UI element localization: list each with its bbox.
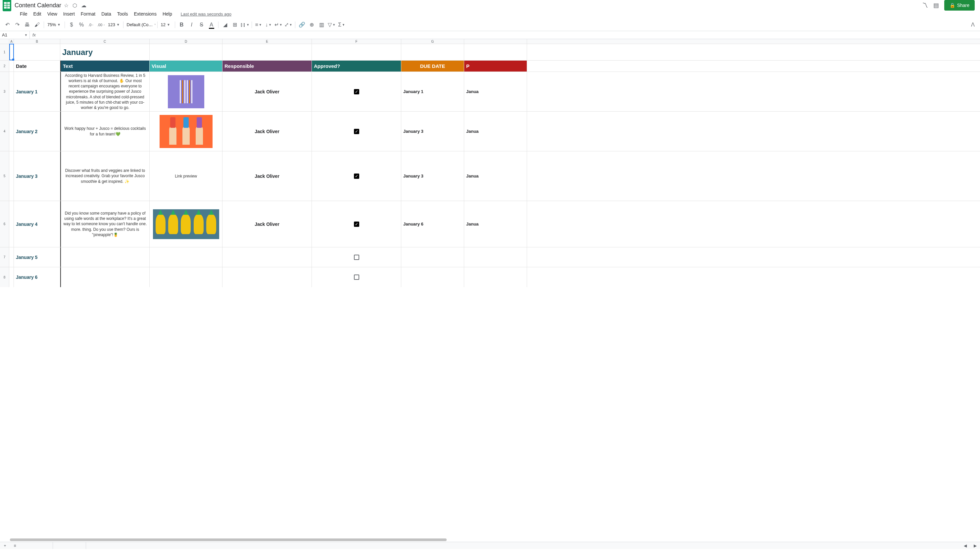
bold-button[interactable]: B: [177, 20, 186, 29]
text-cell[interactable]: Did you know some company have a policy …: [60, 201, 150, 247]
partial-cell[interactable]: Janua: [464, 72, 527, 111]
visual-cell[interactable]: Link preview: [150, 151, 223, 201]
header-text[interactable]: Text: [60, 60, 150, 72]
name-box[interactable]: A1▼: [0, 31, 30, 39]
wrap-button[interactable]: ↵▼: [274, 20, 283, 29]
col-header-G[interactable]: G: [401, 39, 464, 44]
visual-cell[interactable]: [150, 72, 223, 111]
approved-cell[interactable]: ✓: [312, 201, 401, 247]
cell[interactable]: [9, 44, 14, 60]
collapse-toolbar-button[interactable]: ᐱ: [968, 20, 977, 29]
zoom-select[interactable]: 75%▼: [46, 21, 63, 29]
share-button[interactable]: 🔒 Share: [944, 0, 975, 11]
due-cell[interactable]: [401, 267, 464, 287]
checkbox-icon[interactable]: [354, 255, 359, 260]
select-all-corner[interactable]: [0, 39, 9, 44]
cell[interactable]: [9, 60, 14, 72]
approved-cell[interactable]: ✓: [312, 151, 401, 201]
checkbox-icon[interactable]: ✓: [354, 89, 359, 94]
header-due[interactable]: DUE DATE: [401, 60, 464, 72]
merge-button[interactable]: ⫿⫿▼: [241, 20, 250, 29]
menu-edit[interactable]: Edit: [31, 10, 44, 18]
row-header-4[interactable]: 4: [0, 112, 9, 151]
checkbox-icon[interactable]: ✓: [354, 221, 359, 227]
currency-button[interactable]: $: [67, 20, 76, 29]
date-cell[interactable]: January 1: [14, 72, 60, 111]
chart-button[interactable]: ▥: [317, 20, 327, 29]
menu-help[interactable]: Help: [160, 10, 175, 18]
activity-icon[interactable]: 〽: [922, 2, 928, 9]
borders-button[interactable]: ⊞: [231, 20, 240, 29]
percent-button[interactable]: %: [77, 20, 86, 29]
visual-cell[interactable]: [150, 248, 223, 267]
date-cell[interactable]: January 4: [14, 201, 60, 247]
date-cell[interactable]: January 6: [14, 267, 60, 287]
col-header-B[interactable]: B: [14, 39, 60, 44]
menu-file[interactable]: File: [17, 10, 30, 18]
responsible-cell[interactable]: [223, 267, 312, 287]
sheet-next-button[interactable]: ▶: [970, 544, 980, 548]
date-cell[interactable]: January 5: [14, 248, 60, 267]
add-sheet-button[interactable]: +: [0, 544, 10, 548]
due-cell[interactable]: January 6: [401, 201, 464, 247]
header-p[interactable]: P: [464, 60, 527, 72]
text-cell[interactable]: [60, 267, 150, 287]
partial-cell[interactable]: [464, 248, 527, 267]
header-responsible[interactable]: Responsible: [223, 60, 312, 72]
all-sheets-button[interactable]: ≡: [10, 544, 20, 548]
menu-extensions[interactable]: Extensions: [131, 10, 159, 18]
header-visual[interactable]: Visual: [150, 60, 223, 72]
menu-tools[interactable]: Tools: [115, 10, 131, 18]
date-cell[interactable]: January 2: [14, 112, 60, 151]
checkbox-icon[interactable]: ✓: [354, 174, 359, 179]
partial-cell[interactable]: Janua: [464, 201, 527, 247]
sheet-tab[interactable]: [20, 542, 53, 549]
sheet-prev-button[interactable]: ◀: [960, 544, 970, 548]
cell[interactable]: [9, 201, 14, 247]
cell[interactable]: [9, 267, 14, 287]
row-header-5[interactable]: 5: [0, 151, 9, 201]
due-cell[interactable]: January 3: [401, 112, 464, 151]
due-cell[interactable]: [401, 248, 464, 267]
col-header-D[interactable]: D: [150, 39, 223, 44]
rotate-button[interactable]: ⤢▼: [284, 20, 293, 29]
due-cell[interactable]: January 3: [401, 151, 464, 201]
document-title[interactable]: Content Calendar: [15, 2, 61, 9]
menu-insert[interactable]: Insert: [60, 10, 78, 18]
text-color-button[interactable]: A: [207, 20, 216, 29]
comment-button[interactable]: ⊕: [307, 20, 317, 29]
move-icon[interactable]: ⬡: [73, 2, 77, 9]
star-icon[interactable]: ☆: [64, 2, 68, 9]
sheet-tab[interactable]: [53, 542, 86, 549]
responsible-cell[interactable]: Jack Oliver: [223, 201, 312, 247]
header-date[interactable]: Date: [14, 60, 60, 72]
date-cell[interactable]: January 3: [14, 151, 60, 201]
text-cell[interactable]: According to Harvard Business Review, 1 …: [60, 72, 150, 111]
partial-cell[interactable]: Janua: [464, 112, 527, 151]
checkbox-icon[interactable]: [354, 275, 359, 280]
row-header-8[interactable]: 8: [0, 267, 9, 287]
menu-format[interactable]: Format: [78, 10, 98, 18]
approved-cell[interactable]: ✓: [312, 72, 401, 111]
cell[interactable]: [9, 72, 14, 111]
approved-cell[interactable]: [312, 267, 401, 287]
paint-format-button[interactable]: 🖌: [33, 20, 42, 29]
col-header-F[interactable]: F: [312, 39, 401, 44]
halign-button[interactable]: ≡▼: [254, 20, 263, 29]
filter-button[interactable]: ▽▼: [327, 20, 336, 29]
fill-color-button[interactable]: ◢: [221, 20, 230, 29]
cell[interactable]: [223, 44, 312, 60]
cell[interactable]: [9, 151, 14, 201]
cell[interactable]: [14, 44, 60, 60]
approved-cell[interactable]: ✓: [312, 112, 401, 151]
menu-data[interactable]: Data: [99, 10, 114, 18]
partial-cell[interactable]: Janua: [464, 151, 527, 201]
horizontal-scrollbar[interactable]: [9, 539, 980, 542]
responsible-cell[interactable]: Jack Oliver: [223, 112, 312, 151]
formula-input[interactable]: [38, 33, 980, 37]
print-button[interactable]: 🖶: [23, 20, 32, 29]
font-select[interactable]: Default (Co…▼: [125, 21, 155, 29]
col-header-C[interactable]: C: [60, 39, 150, 44]
undo-button[interactable]: ↶: [3, 20, 12, 29]
header-approved[interactable]: Approved?: [312, 60, 401, 72]
